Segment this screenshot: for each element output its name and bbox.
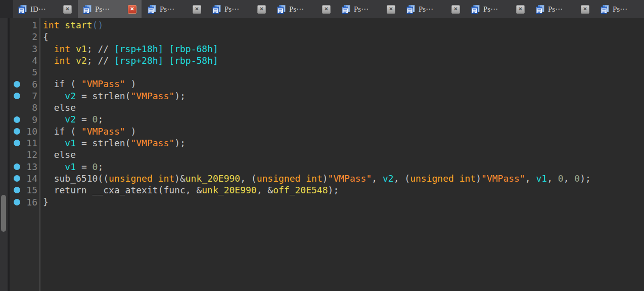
breakpoint-dot-icon[interactable] bbox=[14, 199, 20, 205]
code-token: v1 bbox=[536, 173, 547, 184]
window-doc-icon bbox=[148, 5, 156, 14]
code-token: , ( bbox=[240, 173, 257, 184]
code-token: , & bbox=[257, 185, 273, 195]
code-token bbox=[43, 114, 65, 124]
code-line[interactable]: int v1; // [rsp+18h] [rbp-68h] bbox=[43, 43, 644, 55]
code-line[interactable]: v2 = 0; bbox=[43, 113, 644, 125]
breakpoint-dot-icon[interactable] bbox=[14, 175, 20, 182]
close-icon[interactable]: ✕ bbox=[322, 5, 331, 14]
close-icon[interactable]: ✕ bbox=[387, 5, 395, 14]
code-token bbox=[43, 138, 65, 148]
tab-item[interactable]: Ps···✕ bbox=[337, 0, 400, 18]
code-token: , bbox=[372, 173, 383, 184]
close-icon[interactable]: ✕ bbox=[581, 5, 589, 14]
vertical-scrollbar[interactable] bbox=[0, 18, 10, 291]
breakpoint-dot-empty bbox=[14, 33, 20, 40]
code-line[interactable]: if ( "VMPass" ) bbox=[43, 126, 644, 137]
code-token: [rsp+28h] [rbp-58h] bbox=[114, 55, 218, 66]
code-token: ) bbox=[125, 78, 136, 89]
code-token: int bbox=[43, 20, 60, 30]
window-doc-icon bbox=[601, 5, 609, 14]
close-icon[interactable]: ✕ bbox=[516, 5, 525, 14]
tab-item[interactable]: Ps···✕ bbox=[78, 0, 142, 18]
code-line[interactable]: } bbox=[43, 196, 644, 207]
line-number: 4 bbox=[20, 55, 39, 66]
code-token: v2 bbox=[65, 114, 76, 124]
code-line[interactable]: int start() bbox=[43, 19, 644, 31]
code-token: off_20E548 bbox=[273, 185, 328, 195]
code-token: 0 bbox=[558, 173, 564, 184]
code-token: , bbox=[525, 173, 536, 184]
code-token: ); bbox=[580, 173, 591, 184]
close-icon[interactable]: ✕ bbox=[128, 5, 136, 14]
code-line[interactable]: { bbox=[43, 31, 644, 43]
tab-label: Ps··· bbox=[160, 5, 191, 14]
line-number: 8 bbox=[20, 102, 39, 113]
code-line[interactable]: v1 = 0; bbox=[43, 161, 644, 173]
code-token bbox=[43, 161, 65, 172]
breakpoint-dot-icon[interactable] bbox=[14, 93, 20, 99]
breakpoint-dot-empty bbox=[14, 57, 20, 64]
line-number: 2 bbox=[20, 31, 39, 42]
code-token: unsigned int bbox=[109, 173, 174, 184]
gutter-line: 8 bbox=[10, 102, 39, 113]
code-token: v1 bbox=[65, 138, 76, 148]
gutter-line: 1 bbox=[10, 19, 39, 31]
tab-item[interactable]: Ps···✕ bbox=[207, 0, 271, 18]
code-line[interactable]: else bbox=[43, 149, 644, 160]
scrollbar-thumb[interactable] bbox=[1, 195, 6, 232]
line-number: 7 bbox=[20, 91, 39, 101]
gutter-line: 16 bbox=[10, 196, 39, 207]
code-line[interactable]: sub_6510((unsigned int)&unk_20E990, (uns… bbox=[43, 173, 644, 184]
code-token: 0 bbox=[93, 161, 98, 172]
tab-item[interactable]: Ps···✕ bbox=[401, 0, 465, 18]
breakpoint-dot-icon[interactable] bbox=[14, 128, 20, 135]
gutter-line: 12 bbox=[10, 149, 39, 160]
tab-label: Ps··· bbox=[419, 5, 449, 14]
close-icon[interactable]: ✕ bbox=[63, 5, 72, 14]
line-number-gutter: 12345678910111213141516 bbox=[10, 18, 40, 291]
code-token: ; // bbox=[87, 55, 114, 66]
code-area[interactable]: int start(){ int v1; // [rsp+18h] [rbp-6… bbox=[40, 18, 644, 291]
code-token: , bbox=[547, 173, 558, 184]
breakpoint-dot-empty bbox=[14, 104, 20, 111]
breakpoint-dot-icon[interactable] bbox=[14, 163, 20, 170]
breakpoint-dot-icon[interactable] bbox=[14, 140, 20, 146]
gutter-line: 4 bbox=[10, 55, 39, 66]
tab-item[interactable]: Ps···✕ bbox=[595, 0, 644, 18]
line-number: 1 bbox=[20, 20, 39, 30]
close-icon[interactable]: ✕ bbox=[193, 5, 201, 14]
code-token: "VMPass" bbox=[481, 173, 525, 184]
gutter-line: 10 bbox=[10, 126, 39, 137]
tab-item[interactable]: ID···✕ bbox=[13, 0, 77, 18]
code-token bbox=[43, 44, 54, 54]
code-line[interactable]: v2 = strlen("VMPass"); bbox=[43, 90, 644, 102]
code-token bbox=[43, 55, 54, 66]
code-line[interactable]: else bbox=[43, 102, 644, 113]
tab-item[interactable]: Ps···✕ bbox=[272, 0, 336, 18]
close-icon[interactable]: ✕ bbox=[451, 5, 460, 14]
line-number: 13 bbox=[20, 161, 39, 172]
breakpoint-dot-icon[interactable] bbox=[14, 187, 20, 193]
code-line[interactable]: v1 = strlen("VMPass"); bbox=[43, 137, 644, 149]
code-line[interactable]: if ( "VMPass" ) bbox=[43, 78, 644, 90]
gutter-line: 6 bbox=[10, 78, 39, 90]
breakpoint-dot-icon[interactable] bbox=[14, 116, 20, 123]
close-icon[interactable]: ✕ bbox=[257, 5, 266, 14]
tab-item[interactable]: Ps···✕ bbox=[466, 0, 530, 18]
code-line[interactable] bbox=[43, 66, 644, 78]
tab-label: Ps··· bbox=[354, 5, 385, 14]
code-token: v1 bbox=[65, 161, 76, 172]
code-token: int bbox=[54, 55, 71, 66]
code-token: ; bbox=[98, 161, 103, 172]
tab-label: Ps··· bbox=[224, 5, 255, 14]
code-line[interactable]: int v2; // [rsp+28h] [rbp-58h] bbox=[43, 55, 644, 66]
code-token: unk_20E990 bbox=[202, 185, 256, 195]
breakpoint-dot-icon[interactable] bbox=[14, 81, 20, 88]
tab-item[interactable]: Ps···✕ bbox=[531, 0, 594, 18]
code-token: else bbox=[43, 102, 76, 113]
tab-item[interactable]: Ps···✕ bbox=[143, 0, 206, 18]
code-line[interactable]: return __cxa_atexit(func, &unk_20E990, &… bbox=[43, 184, 644, 196]
code-token: = strlen( bbox=[76, 138, 130, 148]
tab-bar-corner bbox=[0, 0, 13, 18]
